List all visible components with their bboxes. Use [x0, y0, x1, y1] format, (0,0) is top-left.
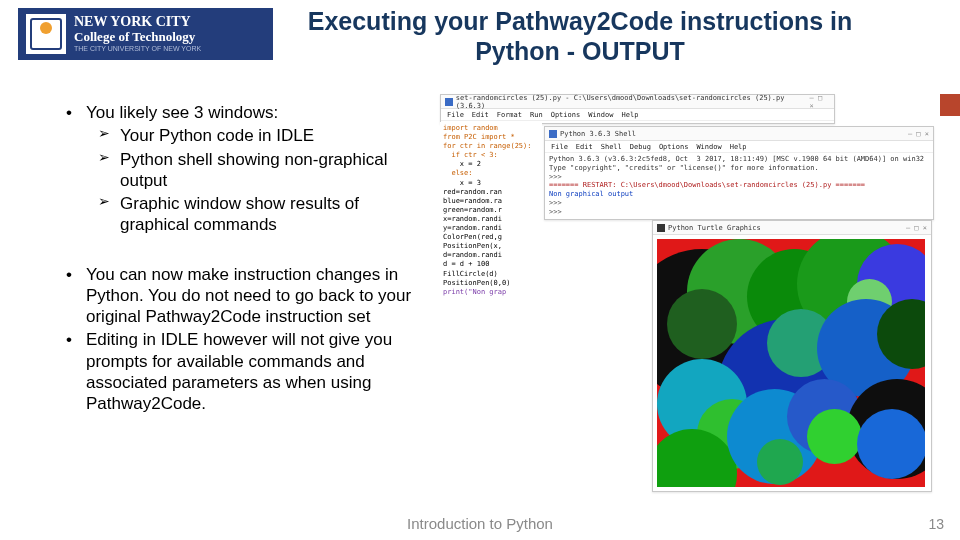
- slide-title: Executing your Pathway2Code instructions…: [300, 6, 860, 66]
- menu-debug: Debug: [630, 143, 651, 151]
- close-icon: — □ ×: [906, 224, 927, 232]
- bullet-shell: Python shell showing non-graphical outpu…: [58, 149, 428, 192]
- footer-title: Introduction to Python: [0, 515, 960, 532]
- idle-menubar: File Edit Format Run Options Window Help: [441, 109, 834, 121]
- menu-file: File: [447, 111, 464, 119]
- close-icon: — □ ×: [908, 130, 929, 138]
- menu-options: Options: [659, 143, 689, 151]
- turtle-title: Python Turtle Graphics: [668, 224, 761, 232]
- menu-help: Help: [730, 143, 747, 151]
- python-icon: [445, 98, 453, 106]
- shell-menubar: File Edit Shell Debug Options Window Hel…: [545, 141, 933, 153]
- logo-line1: NEW YORK CITY: [74, 15, 201, 30]
- shell-title: Python 3.6.3 Shell: [560, 130, 636, 138]
- turtle-icon: [657, 224, 665, 232]
- shell-window: Python 3.6.3 Shell — □ × File Edit Shell…: [544, 126, 934, 220]
- shell-output: Python 3.6.3 (v3.6.3:2c5fed8, Oct 3 2017…: [545, 153, 933, 218]
- bullet-editing: Editing in IDLE however will not give yo…: [58, 329, 428, 414]
- screenshot-mock: set-randomcircles (25).py - C:\Users\dmo…: [440, 94, 950, 494]
- turtle-canvas: [657, 239, 925, 487]
- menu-window: Window: [696, 143, 721, 151]
- menu-format: Format: [497, 111, 522, 119]
- menu-run: Run: [530, 111, 543, 119]
- menu-window: Window: [588, 111, 613, 119]
- bullet-changes: You can now make instruction changes in …: [58, 264, 428, 328]
- menu-file: File: [551, 143, 568, 151]
- menu-options: Options: [551, 111, 581, 119]
- close-icon: — □ ×: [810, 94, 830, 110]
- page-number: 13: [928, 516, 944, 532]
- bullet-idle: Your Python code in IDLE: [58, 125, 428, 146]
- menu-edit: Edit: [472, 111, 489, 119]
- python-icon: [549, 130, 557, 138]
- slide-body: You likely see 3 windows: Your Python co…: [58, 102, 428, 416]
- idle-window: set-randomcircles (25).py - C:\Users\dmo…: [440, 94, 835, 124]
- logo-line3: THE CITY UNIVERSITY OF NEW YORK: [74, 45, 201, 52]
- bullet-graphic: Graphic window show results of graphical…: [58, 193, 428, 236]
- menu-shell: Shell: [601, 143, 622, 151]
- office-tellme: Tell me wh: [940, 94, 960, 116]
- menu-help: Help: [621, 111, 638, 119]
- code-panel: import randomfrom P2C import *for ctr in…: [440, 122, 542, 332]
- logo-line2: College of Technology: [74, 30, 201, 44]
- bullet-windows: You likely see 3 windows:: [58, 102, 428, 123]
- idle-title: set-randomcircles (25).py - C:\Users\dmo…: [456, 94, 807, 110]
- menu-edit: Edit: [576, 143, 593, 151]
- logo-badge: [26, 14, 66, 54]
- college-logo: NEW YORK CITY College of Technology THE …: [18, 8, 273, 60]
- turtle-window: Python Turtle Graphics — □ ×: [652, 220, 932, 492]
